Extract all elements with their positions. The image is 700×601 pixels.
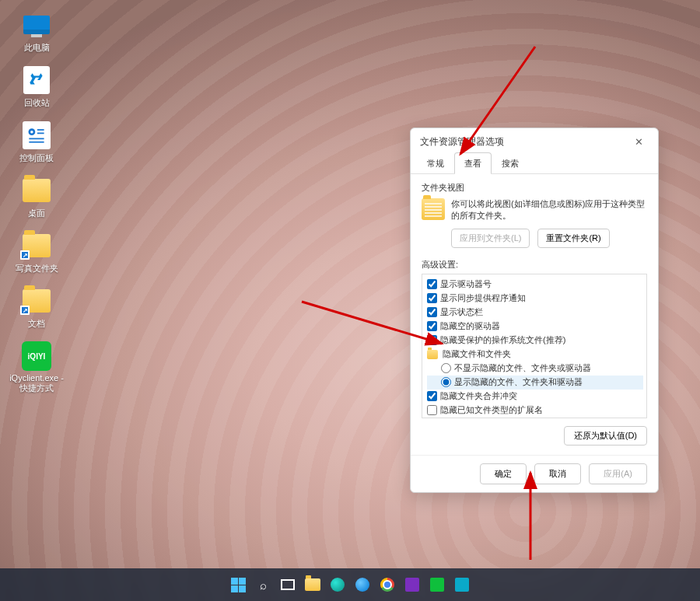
advanced-item[interactable]: 用彩色显示加密或压缩的 NTFS 文件	[427, 418, 643, 418]
advanced-item[interactable]: 隐藏已知文件类型的扩展名	[427, 404, 643, 418]
cancel-button[interactable]: 取消	[534, 463, 581, 484]
desktop-icon-this-pc[interactable]: 此电脑	[9, 9, 64, 54]
desktop-icon-label: 此电脑	[9, 42, 64, 54]
ok-button[interactable]: 确定	[480, 463, 527, 484]
advanced-item-label: 隐藏已知文件类型的扩展名	[440, 404, 543, 416]
desktop-icon-control-panel[interactable]: 控制面板	[9, 120, 64, 164]
close-icon: ✕	[635, 136, 643, 148]
edge-icon	[331, 578, 345, 592]
advanced-settings-list[interactable]: 显示驱动器号显示同步提供程序通知显示状态栏隐藏空的驱动器隐藏受保护的操作系统文件…	[422, 274, 647, 418]
taskbar-edge-button[interactable]	[327, 575, 348, 595]
taskview-button[interactable]	[278, 575, 298, 595]
checkbox-input[interactable]	[427, 391, 437, 401]
settings-icon	[355, 578, 369, 592]
folder-icon: ↗	[23, 289, 51, 313]
restore-defaults-button[interactable]: 还原为默认值(D)	[564, 426, 647, 446]
apply-to-folders-button[interactable]: 应用到文件夹(L)	[451, 229, 530, 248]
svg-point-1	[30, 131, 33, 134]
taskbar-settings-button[interactable]	[352, 575, 373, 595]
desktop-icon-label: iQyclient.exe - 快捷方式	[9, 373, 64, 394]
taskbar-app-button[interactable]	[402, 575, 422, 595]
apply-button[interactable]: 应用(A)	[589, 463, 647, 484]
reset-folders-button[interactable]: 重置文件夹(R)	[537, 229, 609, 248]
advanced-settings-label: 高级设置:	[422, 259, 647, 271]
taskbar-search-button[interactable]: ⌕	[253, 575, 273, 595]
advanced-item-label: 隐藏空的驱动器	[440, 320, 500, 332]
folder-view-desc: 你可以将此视图(如详细信息或图标)应用于这种类型的所有文件夹。	[451, 198, 647, 222]
recycle-bin-icon	[23, 66, 50, 94]
iqiyi-icon: iQIYI	[22, 341, 51, 371]
chrome-icon	[380, 578, 394, 592]
dialog-title: 文件资源管理器选项	[420, 135, 504, 149]
advanced-item[interactable]: 不显示隐藏的文件、文件夹或驱动器	[427, 362, 643, 376]
checkbox-input[interactable]	[427, 293, 437, 303]
taskbar: ⌕	[0, 568, 700, 601]
advanced-item[interactable]: 隐藏文件夹合并冲突	[427, 390, 643, 404]
monitor-icon	[23, 16, 50, 34]
taskview-icon	[281, 579, 295, 590]
radio-input[interactable]	[441, 377, 451, 387]
desktop-icon-label: 写真文件夹	[9, 263, 64, 274]
advanced-item-label: 隐藏文件夹合并冲突	[440, 390, 517, 402]
folder-icon: ↗	[23, 234, 51, 257]
checkbox-input[interactable]	[427, 307, 437, 317]
desktop-icon-iqiyi[interactable]: iQIYI iQyclient.exe - 快捷方式	[9, 341, 64, 394]
advanced-item[interactable]: 显示同步提供程序通知	[427, 292, 643, 306]
radio-input[interactable]	[441, 363, 451, 373]
folder-icon	[23, 179, 51, 202]
desktop-icon-label: 桌面	[9, 208, 64, 219]
tab-view[interactable]: 查看	[454, 152, 492, 174]
advanced-item[interactable]: 隐藏文件和文件夹	[427, 348, 643, 362]
dialog-tabs: 常规 查看 搜索	[411, 152, 658, 174]
checkbox-input[interactable]	[427, 321, 437, 331]
advanced-item[interactable]: 显示隐藏的文件、文件夹和驱动器	[427, 376, 643, 390]
advanced-item-label: 显示驱动器号	[440, 278, 492, 290]
taskbar-app2-button[interactable]	[452, 575, 472, 595]
folder-icon	[427, 350, 438, 359]
advanced-item[interactable]: 隐藏空的驱动器	[427, 320, 643, 334]
folder-view-icon	[422, 198, 445, 220]
start-button[interactable]	[228, 575, 248, 595]
taskbar-chrome-button[interactable]	[377, 575, 397, 595]
desktop-icon-label: 控制面板	[9, 152, 64, 164]
desktop-icon-folder-digital[interactable]: ↗ 写真文件夹	[9, 230, 64, 274]
advanced-item[interactable]: 显示状态栏	[427, 306, 643, 320]
svg-rect-5	[29, 142, 44, 143]
folder-options-dialog: 文件资源管理器选项 ✕ 常规 查看 搜索 文件夹视图 你可以将此视图(如详细信息…	[410, 128, 659, 493]
desktop-icon-label: 回收站	[9, 97, 64, 109]
close-button[interactable]: ✕	[627, 133, 650, 150]
advanced-item-label: 不显示隐藏的文件、文件夹或驱动器	[454, 362, 591, 374]
checkbox-input[interactable]	[427, 405, 437, 415]
taskbar-explorer-button[interactable]	[303, 575, 323, 595]
app-icon	[455, 578, 469, 592]
svg-rect-3	[37, 133, 44, 135]
advanced-item-label: 显示状态栏	[440, 306, 483, 318]
search-icon: ⌕	[260, 578, 267, 592]
advanced-item-label: 显示隐藏的文件、文件夹和驱动器	[454, 376, 583, 388]
advanced-item-label: 隐藏文件和文件夹	[443, 348, 511, 360]
desktop-icon-folder-desktop[interactable]: 桌面	[9, 175, 64, 219]
desktop-icon-label: 文档	[9, 318, 64, 330]
svg-rect-4	[29, 138, 44, 140]
folder-view-group-label: 文件夹视图	[422, 182, 647, 194]
control-panel-icon	[23, 121, 51, 149]
desktop-icon-recycle-bin[interactable]: 回收站	[9, 65, 64, 109]
desktop-icon-folder-docs[interactable]: ↗ 文档	[9, 285, 64, 330]
tab-general[interactable]: 常规	[417, 152, 454, 174]
advanced-item[interactable]: 隐藏受保护的操作系统文件(推荐)	[427, 334, 643, 348]
advanced-item-label: 隐藏受保护的操作系统文件(推荐)	[440, 334, 565, 346]
dialog-titlebar[interactable]: 文件资源管理器选项 ✕	[411, 128, 658, 152]
windows-logo-icon	[231, 578, 246, 592]
taskbar-iqiyi-button[interactable]	[427, 575, 447, 595]
checkbox-input[interactable]	[427, 279, 437, 289]
checkbox-input[interactable]	[427, 335, 437, 345]
svg-rect-2	[37, 129, 44, 131]
tab-search[interactable]: 搜索	[492, 152, 529, 174]
app-icon	[405, 578, 419, 592]
advanced-item-label: 显示同步提供程序通知	[440, 292, 526, 304]
folder-icon	[305, 578, 320, 591]
iqiyi-icon	[430, 578, 444, 592]
advanced-item[interactable]: 显示驱动器号	[427, 278, 643, 292]
